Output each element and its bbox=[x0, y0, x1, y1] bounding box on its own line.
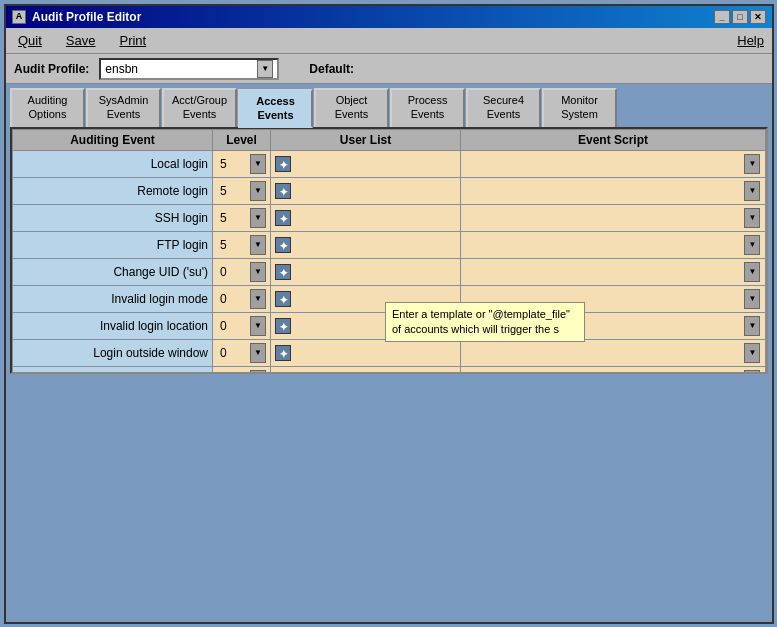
row-label-4: Change UID ('su') bbox=[13, 258, 213, 285]
user-cell-2: ✦ bbox=[271, 204, 461, 231]
script-arrow-6[interactable]: ▼ bbox=[744, 316, 760, 336]
main-window: A Audit Profile Editor _ □ ✕ Quit Save P… bbox=[4, 4, 774, 624]
user-input-1[interactable] bbox=[294, 184, 451, 198]
tab-auditing-options[interactable]: Auditing Options bbox=[10, 88, 85, 127]
level-input-1[interactable] bbox=[217, 183, 249, 199]
tab-acct-group-events[interactable]: Acct/Group Events bbox=[162, 88, 237, 127]
profile-label: Audit Profile: bbox=[14, 62, 89, 76]
script-input-0[interactable] bbox=[465, 156, 741, 170]
script-arrow-2[interactable]: ▼ bbox=[744, 208, 760, 228]
window-title: Audit Profile Editor bbox=[32, 10, 141, 24]
script-arrow-4[interactable]: ▼ bbox=[744, 262, 760, 282]
level-cell-6: ▼ bbox=[213, 312, 271, 339]
tab-process-events[interactable]: Process Events bbox=[390, 88, 465, 127]
script-input-7[interactable] bbox=[465, 345, 741, 359]
user-icon-0[interactable]: ✦ bbox=[275, 156, 291, 172]
tab-sysadmin-events[interactable]: SysAdmin Events bbox=[86, 88, 161, 127]
level-arrow-6[interactable]: ▼ bbox=[250, 316, 266, 336]
col-header-script: Event Script bbox=[461, 129, 766, 150]
level-cell-7: ▼ bbox=[213, 339, 271, 366]
level-cell-1: ▼ bbox=[213, 177, 271, 204]
user-icon-5[interactable]: ✦ bbox=[275, 291, 291, 307]
save-menu[interactable]: Save bbox=[62, 31, 100, 50]
profile-value: ensbn bbox=[105, 62, 257, 76]
table-header-row: Auditing Event Level User List Event Scr… bbox=[13, 129, 766, 150]
level-arrow-0[interactable]: ▼ bbox=[250, 154, 266, 174]
row-label-5: Invalid login mode bbox=[13, 285, 213, 312]
level-cell-0: ▼ bbox=[213, 150, 271, 177]
level-arrow-4[interactable]: ▼ bbox=[250, 262, 266, 282]
user-input-3[interactable] bbox=[294, 238, 451, 252]
default-label: Default: bbox=[309, 62, 354, 76]
level-cell-3: ▼ bbox=[213, 231, 271, 258]
menu-left: Quit Save Print bbox=[14, 31, 150, 50]
script-arrow-7[interactable]: ▼ bbox=[744, 343, 760, 363]
main-content: Auditing Options SysAdmin Events Acct/Gr… bbox=[6, 84, 772, 622]
tab-secure4-events[interactable]: Secure4 Events bbox=[466, 88, 541, 127]
script-arrow-3[interactable]: ▼ bbox=[744, 235, 760, 255]
user-icon-2[interactable]: ✦ bbox=[275, 210, 291, 226]
level-input-3[interactable] bbox=[217, 237, 249, 253]
level-cell-5: ▼ bbox=[213, 285, 271, 312]
user-icon-4[interactable]: ✦ bbox=[275, 264, 291, 280]
maximize-button[interactable]: □ bbox=[732, 10, 748, 24]
level-arrow-5[interactable]: ▼ bbox=[250, 289, 266, 309]
level-cell-8: ▼ bbox=[213, 366, 271, 374]
level-input-0[interactable] bbox=[217, 156, 249, 172]
user-cell-0: ✦ bbox=[271, 150, 461, 177]
script-arrow-5[interactable]: ▼ bbox=[744, 289, 760, 309]
script-cell-4: ▼ bbox=[461, 258, 766, 285]
user-icon-3[interactable]: ✦ bbox=[275, 237, 291, 253]
script-cell-8: ▼ bbox=[461, 366, 766, 374]
level-arrow-2[interactable]: ▼ bbox=[250, 208, 266, 228]
user-cell-3: ✦ bbox=[271, 231, 461, 258]
profile-bar: Audit Profile: ensbn ▼ Default: bbox=[6, 54, 772, 84]
user-input-4[interactable] bbox=[294, 265, 451, 279]
level-input-7[interactable] bbox=[217, 345, 249, 361]
level-input-2[interactable] bbox=[217, 210, 249, 226]
script-input-4[interactable] bbox=[465, 264, 741, 278]
level-input-4[interactable] bbox=[217, 264, 249, 280]
table-row: Remote login ▼ ✦ ▼ bbox=[13, 177, 766, 204]
row-label-7: Login outside window bbox=[13, 339, 213, 366]
row-label-1: Remote login bbox=[13, 177, 213, 204]
title-bar-buttons: _ □ ✕ bbox=[714, 10, 766, 24]
row-label-6: Invalid login location bbox=[13, 312, 213, 339]
user-icon-6[interactable]: ✦ bbox=[275, 318, 291, 334]
tab-object-events[interactable]: Object Events bbox=[314, 88, 389, 127]
script-cell-1: ▼ bbox=[461, 177, 766, 204]
close-button[interactable]: ✕ bbox=[750, 10, 766, 24]
user-icon-1[interactable]: ✦ bbox=[275, 183, 291, 199]
profile-select[interactable]: ensbn ▼ bbox=[99, 58, 279, 80]
level-arrow-3[interactable]: ▼ bbox=[250, 235, 266, 255]
table-row: Login outside window ▼ ✦ ▼ bbox=[13, 339, 766, 366]
print-menu[interactable]: Print bbox=[115, 31, 150, 50]
level-input-6[interactable] bbox=[217, 318, 249, 334]
quit-menu[interactable]: Quit bbox=[14, 31, 46, 50]
level-input-5[interactable] bbox=[217, 291, 249, 307]
tooltip-text: Enter a template or "@template_file" of … bbox=[392, 308, 570, 335]
user-input-7[interactable] bbox=[294, 346, 451, 360]
title-bar: A Audit Profile Editor _ □ ✕ bbox=[6, 6, 772, 28]
user-icon-7[interactable]: ✦ bbox=[275, 345, 291, 361]
table-row: Excessive login tries ▼ ✦ ▼ bbox=[13, 366, 766, 374]
title-bar-left: A Audit Profile Editor bbox=[12, 10, 141, 24]
tab-monitor-system[interactable]: Monitor System bbox=[542, 88, 617, 127]
script-arrow-1[interactable]: ▼ bbox=[744, 181, 760, 201]
user-input-2[interactable] bbox=[294, 211, 451, 225]
script-input-3[interactable] bbox=[465, 237, 741, 251]
col-header-level: Level bbox=[213, 129, 271, 150]
user-input-0[interactable] bbox=[294, 157, 451, 171]
tab-access-events[interactable]: Access Events bbox=[238, 89, 313, 128]
minimize-button[interactable]: _ bbox=[714, 10, 730, 24]
script-input-2[interactable] bbox=[465, 210, 741, 224]
help-menu[interactable]: Help bbox=[737, 33, 764, 48]
row-label-3: FTP login bbox=[13, 231, 213, 258]
tabs-row: Auditing Options SysAdmin Events Acct/Gr… bbox=[10, 88, 768, 127]
level-arrow-7[interactable]: ▼ bbox=[250, 343, 266, 363]
script-arrow-0[interactable]: ▼ bbox=[744, 154, 760, 174]
profile-dropdown-arrow[interactable]: ▼ bbox=[257, 60, 273, 78]
script-input-1[interactable] bbox=[465, 183, 741, 197]
level-arrow-1[interactable]: ▼ bbox=[250, 181, 266, 201]
script-cell-2: ▼ bbox=[461, 204, 766, 231]
